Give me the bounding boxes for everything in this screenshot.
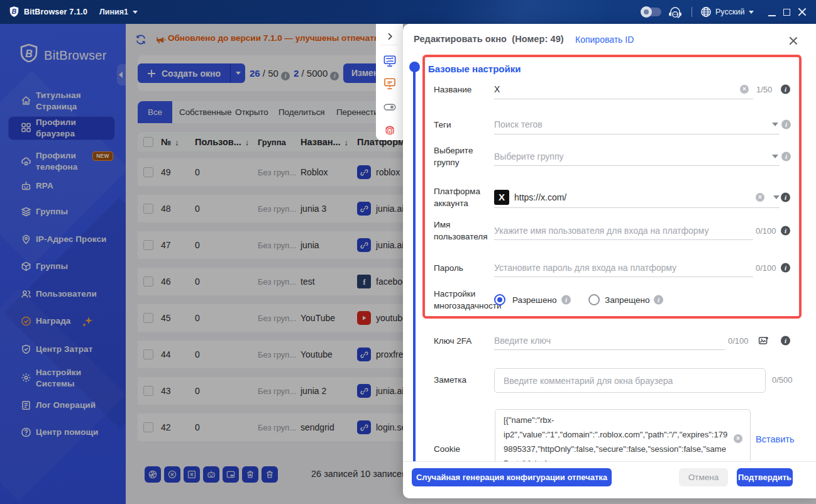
line-selector[interactable]: Линия1 xyxy=(99,8,138,16)
chevron-down-icon[interactable] xyxy=(773,195,780,199)
group-underline xyxy=(494,165,780,166)
cookie-value: [{"name":"rbx-ip2","value":"1","domain":… xyxy=(504,413,728,461)
platform-underline xyxy=(494,207,780,208)
clear-icon[interactable]: × xyxy=(756,193,764,202)
name-input[interactable]: X xyxy=(494,84,500,94)
cookie-textarea[interactable]: [{"name":"rbx-ip2","value":"1","domain":… xyxy=(495,409,751,461)
minimize-button[interactable] xyxy=(768,15,776,16)
maximize-button[interactable] xyxy=(783,9,790,16)
note-counter: 0/500 xyxy=(772,375,793,385)
username-counter: 0/100 xyxy=(756,226,776,236)
app-title: BitBrowser 7.1.0 xyxy=(24,8,87,16)
collapse-chevron-icon[interactable] xyxy=(385,31,395,41)
language-selector[interactable]: Русский xyxy=(715,8,754,16)
info-icon[interactable]: i xyxy=(654,295,663,305)
info-icon[interactable]: i xyxy=(781,263,790,273)
titlebar: B BitBrowser 7.1.0 Линия1 Русский xyxy=(0,0,816,24)
section-title: Базовые настройки xyxy=(428,63,521,74)
username-input[interactable]: Укажите имя пользователя для входа на пл… xyxy=(494,226,708,236)
image-upload-icon[interactable] xyxy=(758,336,769,346)
twofa-input[interactable]: Введите ключ xyxy=(494,336,551,346)
bitbrowser-logo-icon: B xyxy=(8,6,20,18)
password-counter: 0/100 xyxy=(756,263,776,273)
info-icon[interactable]: i xyxy=(781,336,790,346)
side-toolbar-divider xyxy=(381,45,398,45)
info-icon[interactable]: i xyxy=(781,193,790,202)
twofa-counter: 0/100 xyxy=(728,336,749,346)
password-input[interactable]: Установите пароль для входа на платформу xyxy=(494,263,676,273)
note-placeholder: Введите комментарий для окна браузера xyxy=(504,376,673,386)
tags-label: Теги xyxy=(434,119,497,131)
radio-forbidden-label[interactable]: Запрещено xyxy=(605,295,649,305)
password-underline xyxy=(494,277,753,277)
info-icon[interactable]: i xyxy=(781,120,791,129)
globe-icon xyxy=(700,6,712,18)
generate-fingerprint-button[interactable]: Случайная генерация конфигурации отпечат… xyxy=(412,468,612,486)
cancel-button[interactable]: Отмена xyxy=(679,468,728,486)
tags-select[interactable]: Поиск тегов xyxy=(494,119,543,129)
paste-link[interactable]: Вставить xyxy=(756,434,794,444)
twofa-label: Ключ 2FA xyxy=(434,335,497,347)
group-select[interactable]: Выберите группу xyxy=(494,151,563,162)
dialog-close-icon[interactable] xyxy=(788,36,798,46)
cookie-label: Cookie xyxy=(434,443,497,455)
username-label: Имя пользователя xyxy=(434,219,497,243)
note-label: Заметка xyxy=(434,374,497,386)
dialog-side-toolbar: IP xyxy=(376,24,403,140)
platform-label: Платформа аккаунта xyxy=(434,185,497,209)
clear-icon[interactable]: × xyxy=(740,85,749,94)
tags-underline xyxy=(494,134,780,134)
preference-toggle-icon[interactable] xyxy=(383,101,396,114)
note-textarea[interactable]: Введите комментарий для окна браузера xyxy=(494,368,766,393)
chevron-down-icon xyxy=(133,11,138,14)
name-label: Название xyxy=(434,84,497,96)
group-label: Выберите группу xyxy=(434,145,497,168)
dialog-body: Базовые настройки Название X × 1/50 i Те… xyxy=(403,53,816,461)
support-headset-icon[interactable] xyxy=(668,6,682,19)
proxy-ip-icon[interactable]: IP xyxy=(383,77,396,90)
info-icon[interactable]: i xyxy=(561,295,571,305)
bitbrowser-app-window: B BitBrowser 7.1.0 Линия1 Русский B BitB… xyxy=(0,0,816,504)
info-icon[interactable]: i xyxy=(781,226,790,236)
platform-url-input[interactable]: https://x.com/ xyxy=(514,192,566,202)
twofa-underline xyxy=(494,349,725,350)
x-platform-logo: X xyxy=(494,190,509,205)
titlebar-divider xyxy=(692,7,692,17)
info-icon[interactable]: i xyxy=(781,85,790,94)
close-window-button[interactable] xyxy=(797,7,807,17)
confirm-button[interactable]: Подтвердить xyxy=(737,468,793,486)
chevron-down-icon xyxy=(749,11,754,14)
username-underline xyxy=(494,239,753,240)
dialog-title: Редактировать окно (Номер: 49) xyxy=(414,34,564,44)
sun-icon xyxy=(641,6,652,18)
svg-text:B: B xyxy=(12,8,17,15)
info-icon[interactable]: i xyxy=(781,152,791,162)
radio-allowed-label[interactable]: Разрешено xyxy=(512,295,556,305)
copy-id-link[interactable]: Копировать ID xyxy=(575,35,634,45)
clear-icon[interactable]: × xyxy=(734,434,742,443)
radio-forbidden[interactable] xyxy=(588,294,600,305)
password-label: Пароль xyxy=(434,262,497,274)
chevron-down-icon[interactable] xyxy=(772,123,778,126)
multitask-label: Настройки многозадачности xyxy=(434,288,497,312)
basic-settings-icon[interactable] xyxy=(383,54,396,67)
edit-window-dialog: Редактировать окно (Номер: 49) Копироват… xyxy=(403,24,816,498)
name-counter: 1/50 xyxy=(756,85,772,94)
name-input-underline xyxy=(494,99,753,99)
svg-text:IP: IP xyxy=(387,80,392,85)
radio-allowed[interactable] xyxy=(494,294,505,305)
fingerprint-icon[interactable] xyxy=(383,124,396,137)
theme-toggle[interactable] xyxy=(642,8,661,16)
section-anchor-line xyxy=(413,67,416,461)
chevron-down-icon[interactable] xyxy=(772,155,778,158)
dialog-footer: Случайная генерация конфигурации отпечат… xyxy=(403,461,816,498)
